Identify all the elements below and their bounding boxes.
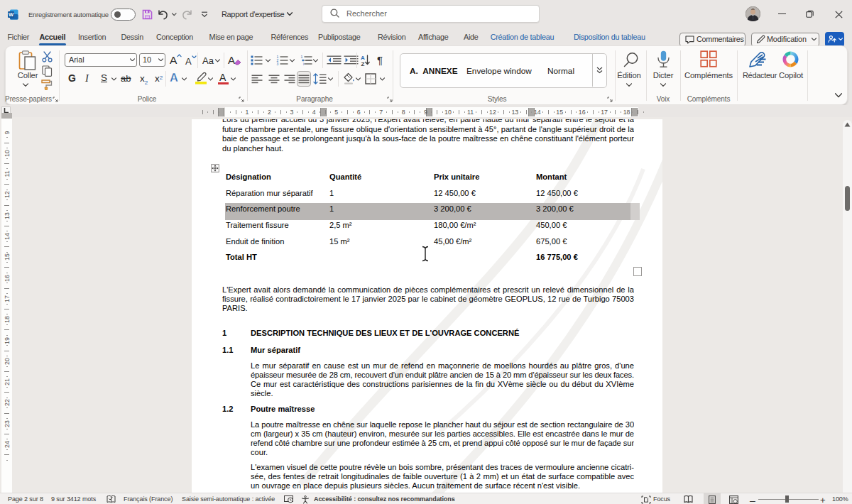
svg-text:i: i <box>303 62 304 65</box>
svg-text:Z: Z <box>361 61 365 67</box>
svg-text:W: W <box>9 11 14 18</box>
svg-text:A: A <box>361 55 365 61</box>
svg-text:3: 3 <box>276 62 278 65</box>
svg-text:1: 1 <box>300 55 302 59</box>
